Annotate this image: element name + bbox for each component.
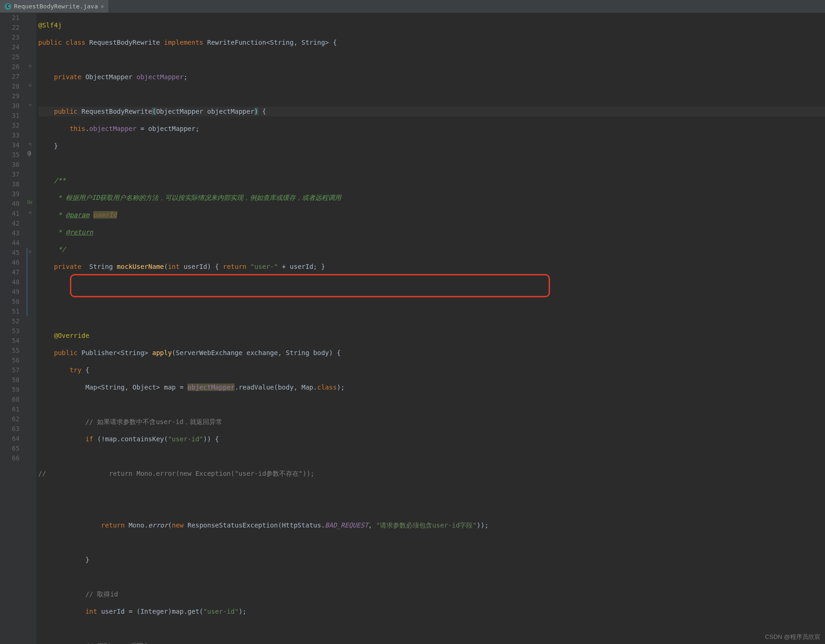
method-name: mockUserName (117, 263, 164, 270)
javadoc: */ (54, 246, 66, 253)
string: "请求参数必须包含user-id字段" (376, 521, 477, 529)
line-number: 40 (0, 199, 20, 209)
line-number: 21 (0, 13, 20, 23)
brace: )) { (203, 435, 219, 443)
line-number: 65 (0, 444, 20, 453)
tab-bar: C RequestBodyRewrite.java × (0, 0, 825, 13)
line-number: 45 (0, 248, 20, 258)
comment: 后写入map (130, 642, 161, 644)
comment: return Mono.error(new Exception("user-id… (46, 470, 315, 477)
line-number: 44 (0, 238, 20, 248)
keyword: int (168, 263, 184, 270)
comment-typo: nanme (110, 642, 130, 644)
fold-icon[interactable]: ⊞ (29, 151, 31, 156)
file-tab[interactable]: C RequestBodyRewrite.java × (0, 0, 109, 13)
fold-icon[interactable]: ⊟ (29, 83, 31, 88)
keyword: implements (164, 39, 207, 46)
fold-icon[interactable]: ⊟ (29, 142, 31, 146)
line-number-gutter: 2122232425262728293031323334353637383940… (0, 13, 26, 644)
code-area[interactable]: @Slf4j public class RequestBodyRewrite i… (36, 13, 825, 644)
field: objectMapper (137, 73, 184, 81)
type: Publisher<String> (82, 349, 152, 356)
line-number: 32 (0, 121, 20, 130)
line-number: 63 (0, 424, 20, 434)
assign: = objectMapper; (137, 125, 199, 132)
line-number: 29 (0, 91, 20, 101)
comment: // 取得id (85, 590, 118, 598)
keyword: return (223, 263, 250, 270)
code-editor[interactable]: 2122232425262728293031323334353637383940… (0, 13, 825, 644)
brace: { (85, 366, 89, 374)
fold-icon[interactable]: ⊟ (29, 200, 31, 205)
keyword: private (54, 73, 85, 81)
keyword: class (317, 384, 337, 391)
param: userId) { (184, 263, 223, 270)
keyword: new (172, 521, 188, 529)
type: ObjectMapper (85, 73, 137, 81)
line-number: 57 (0, 365, 20, 375)
java-class-icon: C (5, 3, 11, 10)
line-number: 35 (0, 150, 20, 160)
close-icon[interactable]: × (101, 3, 104, 10)
field: objectMapper (89, 125, 137, 132)
watermark: CSDN @程序员欣宸 (765, 633, 820, 641)
line-number: 31 (0, 111, 20, 121)
line-number: 50 (0, 297, 20, 307)
comment: // 如果请求参数中不含user-id，就返回异常 (85, 418, 222, 425)
punct: ); (239, 608, 247, 615)
line-number: 59 (0, 385, 20, 395)
line-number: 28 (0, 82, 20, 91)
javadoc: /** (54, 177, 66, 184)
fold-icon[interactable]: ⊟ (29, 103, 31, 107)
line-number: 46 (0, 258, 20, 267)
fold-icon[interactable]: ⊟ (29, 63, 31, 68)
paren: ( (168, 521, 172, 529)
line-number: 53 (0, 326, 20, 336)
line-number: 39 (0, 189, 20, 199)
line-number: 49 (0, 287, 20, 297)
line-number: 43 (0, 228, 20, 238)
punct: )); (477, 521, 488, 529)
javadoc-tag: @return (66, 228, 93, 236)
keyword: private (54, 263, 89, 270)
method-name: apply (152, 349, 172, 356)
line-number: 33 (0, 130, 20, 140)
javadoc: * (54, 228, 66, 236)
javadoc: * 根据用户ID获取用户名称的方法，可以按实际情况来内部实现，例如查库或缓存，或… (54, 194, 341, 201)
expr: + userId; } (278, 263, 325, 270)
change-marker (26, 248, 28, 316)
decl: userId = (Integer)map.get( (101, 608, 203, 615)
params: ObjectMapper objectMapper (156, 108, 254, 115)
line-number: 36 (0, 160, 20, 170)
punct: ); (337, 384, 345, 391)
type: String (89, 263, 117, 270)
line-number: 51 (0, 307, 20, 316)
brace: } (85, 556, 89, 563)
constant: BAD_REQUEST (325, 521, 368, 529)
type: ResponseStatusException(HttpStatus. (187, 521, 325, 529)
line-number: 64 (0, 434, 20, 444)
class-name: RequestBodyRewrite (89, 39, 164, 46)
keyword: public (54, 349, 82, 356)
comment: // 得到 (85, 642, 110, 644)
line-number: 56 (0, 356, 20, 365)
decl: Map<String, Object> map = (85, 384, 187, 391)
line-number: 24 (0, 42, 20, 52)
keyword: public class (38, 39, 89, 46)
paren: ( (164, 263, 168, 270)
keyword: if (85, 435, 97, 443)
fold-icon[interactable]: ⊟ (29, 249, 31, 254)
constructor-name: RequestBodyRewrite (82, 108, 152, 115)
comment: // (38, 470, 46, 477)
line-number: 30 (0, 101, 20, 111)
keyword: int (85, 608, 101, 615)
brace: } (54, 142, 58, 150)
punct: . (85, 125, 89, 132)
javadoc (89, 211, 93, 219)
line-number: 25 (0, 52, 20, 62)
string: "user-id" (203, 608, 239, 615)
fold-icon[interactable]: ⊟ (29, 210, 31, 215)
marker-column: @ O↑ ⊟ ⊟ ⊟ ⊟ ⊞ ⊟ ⊟ ⊟ (26, 13, 36, 644)
line-number: 61 (0, 404, 20, 414)
cond: (!map.containsKey( (97, 435, 168, 443)
